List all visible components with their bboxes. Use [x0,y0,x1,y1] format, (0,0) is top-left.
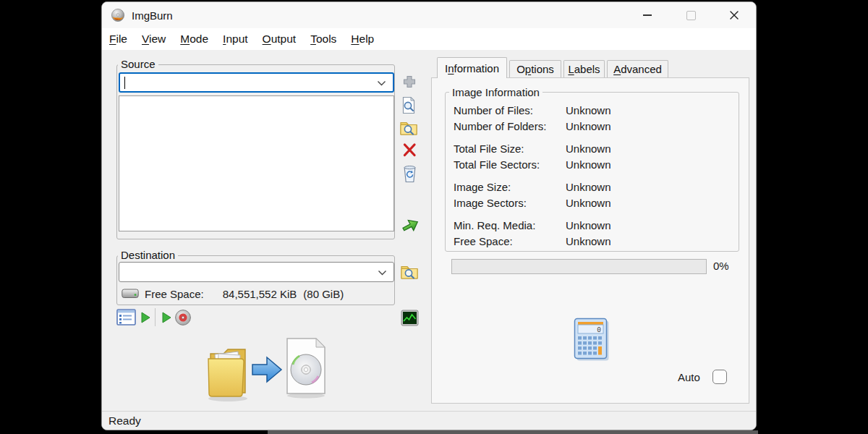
folder-search-icon [400,263,419,281]
write-start-button[interactable] [160,310,173,325]
folder-search-icon [399,119,418,137]
folder-graphic-icon [205,339,250,403]
source-file-list[interactable] [119,95,394,231]
disc-layout-editor-button[interactable] [398,211,420,232]
menu-mode[interactable]: Mode [173,33,216,46]
disc-red-icon [174,309,192,326]
recycle-bin-icon [402,164,417,183]
build-start-button[interactable] [139,310,152,325]
menu-file[interactable]: File [102,33,135,46]
destination-group-label: Destination [118,249,178,261]
title-bar[interactable]: ImgBurn [102,2,756,28]
disc-image-file-icon [284,337,328,399]
source-combobox[interactable] [119,72,394,93]
hard-drive-icon [122,289,139,299]
auto-checkbox[interactable] [712,370,727,384]
toolbar-separator [155,308,156,326]
auto-checkbox-row: Auto [678,370,727,384]
free-space-kib: 84,551,552 KiB [223,288,297,300]
device-buffer-button[interactable] [400,309,420,327]
maximize-icon [686,11,696,20]
progress-percent: 0% [713,260,729,272]
activity-monitor-icon [401,310,419,326]
menu-tools[interactable]: Tools [303,33,344,46]
info-row: Image Size:Unknown [454,179,734,195]
plus-icon [401,74,417,90]
menu-view[interactable]: View [135,33,173,46]
menu-input[interactable]: Input [216,33,255,46]
window-title: ImgBurn [132,9,173,22]
close-icon [729,10,739,20]
calculator-icon: 0 [574,318,610,362]
minimize-icon [643,14,652,16]
desktop-sliver [268,430,758,434]
form-window-icon [116,309,136,326]
browse-for-folder-button[interactable] [399,118,419,137]
remove-selected-button[interactable] [401,141,418,158]
image-information-label: Image Information [449,86,542,98]
play-icon [161,311,172,324]
arrow-right-icon [251,355,283,384]
info-row: Image Sectors:Unknown [454,195,734,210]
play-icon [140,311,151,324]
imgburn-logo-icon [111,8,125,22]
browse-for-file-button[interactable] [399,95,418,115]
chevron-down-icon[interactable] [378,265,387,278]
destination-combobox[interactable] [119,262,394,282]
window-controls [626,2,756,28]
menu-bar: File View Mode Input Output Tools Help [102,28,756,50]
free-space-row: Free Space: 84,551,552 KiB (80 GiB) [122,287,344,300]
info-row: Total File Size:Unknown [454,140,734,156]
svg-text:0: 0 [597,326,601,333]
info-row: Total File Sectors:Unknown [454,156,734,172]
close-button[interactable] [712,2,756,28]
chevron-down-icon[interactable] [377,76,386,89]
status-text: Ready [109,414,141,427]
progress-bar [451,259,707,274]
image-information-group-box: Number of Files:Unknown Number of Folder… [445,92,739,252]
free-space-gib: (80 GiB) [303,288,344,300]
info-row: Number of Files:Unknown [454,102,734,118]
disc-tool-button[interactable] [174,308,192,327]
menu-output[interactable]: Output [255,33,304,46]
destination-browse-button[interactable] [399,260,420,283]
settings-dialog-button[interactable] [116,308,137,326]
calculate-button[interactable]: 0 [574,318,610,362]
delete-x-icon [401,142,417,158]
add-files-button[interactable] [401,73,418,90]
file-search-icon [400,96,417,114]
status-bar: Ready [102,411,756,430]
auto-label: Auto [678,371,700,383]
info-row: Number of Folders:Unknown [454,118,734,134]
source-group-label: Source [118,58,158,70]
tab-labels[interactable]: Labels [563,60,605,77]
tab-information[interactable]: Information [437,57,507,78]
image-information-rows: Number of Files:Unknown Number of Folder… [454,102,734,249]
tab-options[interactable]: Options [509,60,561,77]
maximize-button[interactable] [669,2,712,28]
text-caret [124,77,125,89]
clear-list-button[interactable] [401,163,418,184]
tab-advanced[interactable]: Advanced [607,60,668,77]
info-row: Free Space:Unknown [454,233,734,249]
free-space-label: Free Space: [145,288,204,300]
imgburn-window: ImgBurn File View Mode Input Output Tool… [101,1,757,430]
info-row: Min. Req. Media:Unknown [454,217,734,233]
minimize-button[interactable] [626,2,669,28]
menu-help[interactable]: Help [344,33,381,46]
information-tab-panel: Number of Files:Unknown Number of Folder… [431,77,749,404]
import-green-arrow-icon [399,212,419,231]
